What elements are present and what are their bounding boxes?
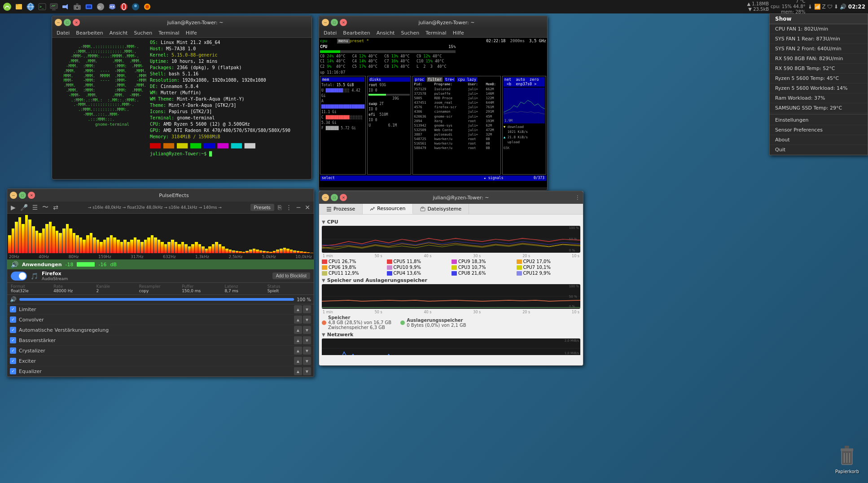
trash-icon[interactable]: Papierkorb xyxy=(835,445,859,474)
tray-menu-item[interactable]: Ryzen 5 5600 Temp: 45°C xyxy=(770,74,868,83)
menu-suchen-2[interactable]: Suchen xyxy=(398,30,422,36)
sysmon-menu-icon[interactable]: ⋮ xyxy=(575,194,580,201)
audio-icon[interactable] xyxy=(60,1,71,12)
arrow-up-button[interactable]: ▲ xyxy=(294,357,302,365)
update-icon[interactable]: ⬇ xyxy=(834,4,838,10)
presets-button[interactable]: Presets xyxy=(250,204,274,211)
menu-datei-1[interactable]: Datei xyxy=(54,30,72,36)
minimize-button-2[interactable]: ─ xyxy=(322,19,329,26)
play-icon[interactable]: ▶ xyxy=(10,203,17,212)
add-to-blocklist-button[interactable]: Add to Blocklist xyxy=(272,272,310,279)
opera-icon[interactable] xyxy=(118,1,129,12)
menu-hilfe-2[interactable]: Hilfe xyxy=(450,30,467,36)
menu-bearbeiten-1[interactable]: Bearbeiten xyxy=(73,30,105,36)
terminal-icon[interactable]: >_ xyxy=(37,1,48,12)
tab-dateisysteme[interactable]: Dateisysteme xyxy=(413,204,469,214)
camera-icon[interactable] xyxy=(72,1,83,12)
arrow-down-button[interactable]: ▼ xyxy=(303,305,311,313)
tab-ressourcen[interactable]: Ressourcen xyxy=(363,204,413,214)
menu-ansicht-1[interactable]: Ansicht xyxy=(107,30,131,36)
effect-checkbox[interactable]: ✓ xyxy=(10,368,16,374)
thermometer-icon[interactable]: 🌡 xyxy=(807,4,813,10)
menu-hilfe-1[interactable]: Hilfe xyxy=(183,30,200,36)
tray-menu-item[interactable]: SYS FAN 2 Front: 640U/min xyxy=(770,44,868,54)
discord-icon[interactable] xyxy=(107,1,118,12)
arrow-up-button[interactable]: ▲ xyxy=(294,367,302,375)
tray-menu-item[interactable]: About xyxy=(770,135,868,145)
close-button-pulse[interactable]: ✕ xyxy=(28,192,35,199)
gimp-icon[interactable]: G xyxy=(95,1,106,12)
menu-datei-2[interactable]: Datei xyxy=(321,30,339,36)
effect-checkbox[interactable]: ✓ xyxy=(10,347,16,354)
effect-checkbox[interactable]: ✓ xyxy=(10,306,16,312)
browser-icon[interactable] xyxy=(25,1,36,12)
battery-icon[interactable]: Z xyxy=(822,4,826,10)
tray-menu-item[interactable]: SAMSUNG SSD Temp: 29°C xyxy=(770,103,868,113)
tray-menu-item[interactable]: SYS FAN 1 Rear: 873U/min xyxy=(770,34,868,44)
arrow-down-button[interactable]: ▼ xyxy=(303,316,311,324)
spectrum-bar xyxy=(15,222,18,253)
arrow-down-button[interactable]: ▼ xyxy=(303,336,311,344)
tray-menu-item[interactable]: Ryzen 5 5600 Workload: 14% xyxy=(770,83,868,93)
menu-suchen-1[interactable]: Suchen xyxy=(131,30,155,36)
minimize-button-pulse[interactable]: ─ xyxy=(10,192,17,199)
tab-prozesse[interactable]: Prozesse xyxy=(319,204,363,214)
tray-menu-item[interactable]: Sensor Preferences xyxy=(770,125,868,135)
list-icon[interactable]: ☰ xyxy=(31,203,39,212)
copy-icon[interactable]: ⎘ xyxy=(277,203,282,212)
maximize-button-1[interactable]: □ xyxy=(64,19,71,26)
tray-menu-item[interactable]: RX 590 8GB FAN: 829U/min xyxy=(770,54,868,64)
close-button-sysmon[interactable]: ✕ xyxy=(340,194,347,201)
minimize-button-sysmon[interactable]: ─ xyxy=(322,194,329,201)
dateisysteme-icon xyxy=(420,206,425,212)
virtualbox-icon[interactable] xyxy=(83,1,94,12)
volume-slider[interactable] xyxy=(19,298,294,301)
maximize-button-sysmon[interactable]: □ xyxy=(331,194,338,201)
effect-arrows: ▲ ▼ xyxy=(294,367,311,375)
menu-terminal-1[interactable]: Terminal xyxy=(156,30,182,36)
minimize-icon[interactable]: ─ xyxy=(296,203,301,212)
mint-logo-icon[interactable] xyxy=(2,1,13,12)
steam-icon[interactable] xyxy=(130,1,141,12)
close-button-2[interactable]: ✕ xyxy=(340,19,347,26)
wave-icon[interactable]: 〜 xyxy=(41,202,49,212)
menu-icon[interactable]: ⋮ xyxy=(285,203,293,212)
maximize-button-2[interactable]: □ xyxy=(331,19,338,26)
menu-ansicht-2[interactable]: Ansicht xyxy=(374,30,398,36)
files-icon[interactable] xyxy=(13,1,24,12)
tray-menu-item[interactable]: RX 590 8GB Temp: 52°C xyxy=(770,64,868,74)
effect-checkbox[interactable]: ✓ xyxy=(10,327,16,333)
menu-bearbeiten-2[interactable]: Bearbeiten xyxy=(340,30,373,36)
close-pulse-icon[interactable]: ✕ xyxy=(304,203,311,212)
menu-terminal-2[interactable]: Terminal xyxy=(423,30,449,36)
tray-menu-item[interactable]: CPU FAN 1: 802U/min xyxy=(770,24,868,34)
shuffle-icon[interactable]: ⇄ xyxy=(52,203,59,212)
maximize-button-pulse[interactable]: □ xyxy=(19,192,26,199)
arrow-up-button[interactable]: ▲ xyxy=(294,305,302,313)
pulse-toolbar: ▶ 🎤 ☰ 〜 ⇄ → s16le 48,0kHz → float32le 48… xyxy=(7,202,314,214)
minimize-button-1[interactable]: ─ xyxy=(55,19,62,26)
firefox-icon[interactable] xyxy=(142,1,153,12)
arrow-down-button[interactable]: ▼ xyxy=(303,326,311,334)
effect-checkbox[interactable]: ✓ xyxy=(10,316,16,323)
toggle-switch[interactable] xyxy=(11,272,27,281)
shield-icon[interactable]: 🛡 xyxy=(827,4,833,10)
arrow-up-button[interactable]: ▲ xyxy=(294,347,302,355)
tray-menu-item[interactable]: Quit xyxy=(770,145,868,155)
arrow-up-button[interactable]: ▲ xyxy=(294,316,302,324)
mic-icon[interactable]: 🎤 xyxy=(19,203,29,212)
effect-checkbox[interactable]: ✓ xyxy=(10,358,16,364)
arrow-down-button[interactable]: ▼ xyxy=(303,357,311,365)
effect-checkbox[interactable]: ✓ xyxy=(10,337,16,343)
arrow-down-button[interactable]: ▼ xyxy=(303,367,311,375)
speaker-icon[interactable]: 🔊 xyxy=(840,4,846,10)
arrow-down-button[interactable]: ▼ xyxy=(303,347,311,355)
wifi-icon[interactable]: 📶 xyxy=(814,4,821,10)
close-button-1[interactable]: ✕ xyxy=(73,19,80,26)
tray-menu-item[interactable]: Ram Workload: 37% xyxy=(770,93,868,103)
tray-menu-item[interactable]: Einstellungen xyxy=(770,115,868,125)
arrow-up-button[interactable]: ▲ xyxy=(294,336,302,344)
arrow-up-button[interactable]: ▲ xyxy=(294,326,302,334)
proc-row: 5005RDD Procejuli+122M2,8 xyxy=(414,96,499,101)
monitor-icon[interactable] xyxy=(48,1,59,12)
